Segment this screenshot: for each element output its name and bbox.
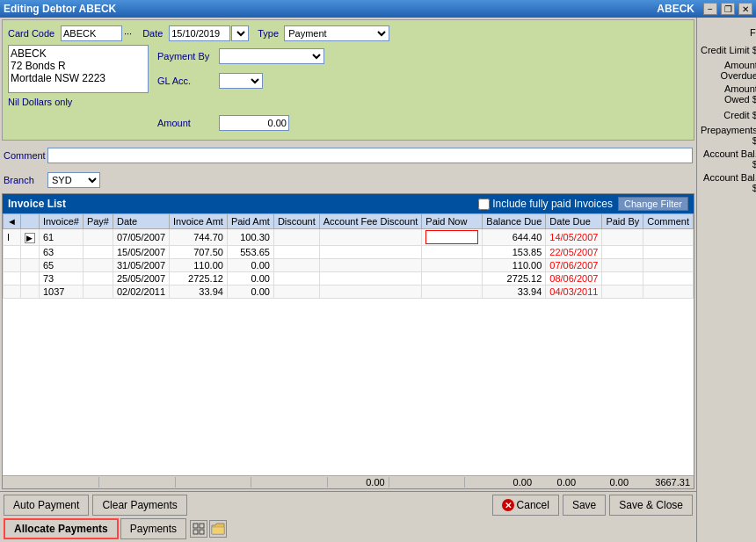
total-balance-due xyxy=(389,477,465,488)
address-box: ABECK 72 Bonds R Mortdale NSW 2223 xyxy=(8,45,149,93)
follow-up-label: Follow Up xyxy=(701,27,756,38)
paid-now-cell xyxy=(422,246,483,259)
credit-row: Credit $ 1322.55 xyxy=(701,107,756,122)
total-discount2: 0.00 xyxy=(535,477,579,488)
date-input[interactable] xyxy=(169,25,230,41)
col-discount: Discount xyxy=(273,214,319,229)
total-paid-now: 0.00 xyxy=(328,477,389,488)
date-label: Date xyxy=(142,28,169,39)
invoice-num-cell: 61 xyxy=(39,229,83,246)
expand-cell xyxy=(20,246,39,259)
auto-payment-button[interactable]: Auto Payment xyxy=(4,495,89,516)
acc-fee-cell xyxy=(319,229,422,246)
type-select[interactable]: Payment Receipt Invoice xyxy=(284,25,389,41)
col-date-due: Date Due xyxy=(546,214,602,229)
paid-by-cell xyxy=(602,246,643,259)
paid-amt-cell: 100.30 xyxy=(227,229,273,246)
cancel-button[interactable]: ✕ Cancel xyxy=(492,495,559,516)
col-invoice: Invoice# xyxy=(39,214,83,229)
prepayments-row: Prepayments $ 100.00 xyxy=(701,125,756,146)
include-paid-checkbox[interactable] xyxy=(478,199,490,210)
card-code-input[interactable] xyxy=(61,25,122,41)
total-balance2: 3667.31 xyxy=(632,477,694,488)
account-bal1-label: Account Bal. $ xyxy=(701,148,756,170)
svg-rect-3 xyxy=(200,530,204,534)
invoice-num-cell: 65 xyxy=(39,259,83,272)
paid-now-cell xyxy=(422,272,483,285)
col-paid-now: Paid Now xyxy=(422,214,483,229)
totals-row: 0.00 0.00 0.00 0.00 3667.31 xyxy=(3,475,694,488)
discount-cell xyxy=(273,272,319,285)
invoice-amt-cell: 2725.12 xyxy=(170,272,228,285)
branch-label: Branch xyxy=(4,175,47,185)
paid-now-input[interactable] xyxy=(425,230,478,244)
right-panel: Follow Up ··· Credit Limit $ 0.00 Amount… xyxy=(696,18,756,542)
payments-button[interactable]: Payments xyxy=(120,518,186,539)
payment-by-select[interactable] xyxy=(219,48,324,64)
total-acc-fee xyxy=(251,477,327,488)
clear-payments-button[interactable]: Clear Payments xyxy=(92,495,186,516)
grid-icon[interactable] xyxy=(190,520,207,538)
table-row: 103702/02/201133.940.0033.9404/03/2011 xyxy=(4,285,694,299)
cancel-icon: ✕ xyxy=(502,499,514,511)
invoice-num-cell: 73 xyxy=(39,272,83,285)
svg-rect-0 xyxy=(193,524,198,528)
date-cell-cell: 25/05/2007 xyxy=(113,272,169,285)
expand-cell xyxy=(20,272,39,285)
gl-acc-select[interactable] xyxy=(219,73,263,89)
invoice-table-container[interactable]: ◄ Invoice# Pay# Date Invoice Amt Paid Am… xyxy=(3,213,694,475)
col-balance-due: Balance Due xyxy=(483,214,546,229)
table-row: 6531/05/2007110.000.00110.0007/06/2007 xyxy=(4,259,694,272)
invoice-header: Invoice List Include fully paid Invoices… xyxy=(3,194,694,213)
amount-input[interactable] xyxy=(219,115,289,131)
paid-now-cell[interactable] xyxy=(422,229,483,246)
invoice-table: ◄ Invoice# Pay# Date Invoice Amt Paid Am… xyxy=(3,213,694,299)
balance-due-cell: 110.00 xyxy=(483,259,546,272)
col-paid-by: Paid By xyxy=(602,214,643,229)
date-due-cell: 14/05/2007 xyxy=(546,229,602,246)
address-line3: Mortdale NSW 2223 xyxy=(11,72,146,84)
account-bal2-row: Account Bal. $ 2244.76 xyxy=(701,172,756,193)
pay-num-cell xyxy=(83,285,113,299)
total-discount xyxy=(176,477,251,488)
minimize-button[interactable]: − xyxy=(703,3,717,15)
amount-owed-label: Amount Owed $ xyxy=(701,83,756,105)
balance-due-cell: 33.94 xyxy=(483,285,546,299)
acc-fee-cell xyxy=(319,285,422,299)
form-area: Card Code ··· Date ▼ Type Payment Receip… xyxy=(2,19,694,141)
save-button[interactable]: Save xyxy=(563,495,606,516)
acc-fee-cell xyxy=(319,259,422,272)
date-cell-cell: 02/02/2011 xyxy=(113,285,169,299)
pay-num-cell xyxy=(83,259,113,272)
change-filter-button[interactable]: Change Filter xyxy=(618,197,688,211)
date-due-cell: 07/06/2007 xyxy=(546,259,602,272)
comment-input[interactable] xyxy=(47,148,693,163)
col-paid-amt: Paid Amt xyxy=(227,214,273,229)
comment-cell xyxy=(643,272,694,285)
save-close-button[interactable]: Save & Close xyxy=(609,495,693,516)
paid-by-cell xyxy=(602,229,643,246)
restore-button[interactable]: ❐ xyxy=(721,3,735,15)
discount-cell xyxy=(273,285,319,299)
pay-num-cell xyxy=(83,246,113,259)
close-button[interactable]: ✕ xyxy=(738,3,752,15)
address-line2: 72 Bonds R xyxy=(11,60,146,72)
include-paid-label[interactable]: Include fully paid Invoices xyxy=(478,198,613,210)
expand-button[interactable]: ▶ xyxy=(25,233,35,243)
balance-due-cell: 153.85 xyxy=(483,246,546,259)
invoice-num-cell: 1037 xyxy=(39,285,83,299)
folder-icon[interactable] xyxy=(209,520,227,538)
invoice-tbody: I▶6107/05/2007744.70100.30644.4014/05/20… xyxy=(4,229,694,299)
discount-cell xyxy=(273,259,319,272)
branch-row: Branch SYD xyxy=(2,170,694,190)
paid-amt-cell: 0.00 xyxy=(227,285,273,299)
comment-label: Comment xyxy=(4,150,47,161)
date-due-cell: 22/05/2007 xyxy=(546,246,602,259)
bottom-area: Auto Payment Clear Payments ✕ Cancel Sav… xyxy=(0,491,696,542)
expand-cell[interactable]: ▶ xyxy=(20,229,39,246)
date-cell-cell: 07/05/2007 xyxy=(113,229,169,246)
allocate-payments-button[interactable]: Allocate Payments xyxy=(4,518,119,539)
date-dropdown[interactable]: ▼ xyxy=(231,25,249,41)
branch-select[interactable]: SYD xyxy=(47,172,100,188)
total-acc2: 0.00 xyxy=(579,477,632,488)
